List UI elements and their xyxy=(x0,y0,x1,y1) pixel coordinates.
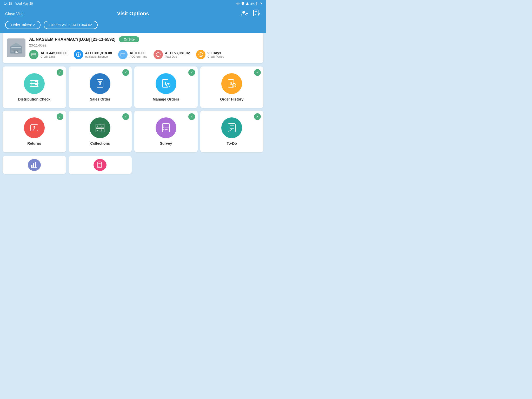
partial-item-2[interactable] xyxy=(69,156,132,174)
customer-logo: Rx xyxy=(7,38,25,57)
credit-limit-amount: AED 445,000.00 xyxy=(41,51,68,55)
credit-period-stat: 90 Days Credit Period xyxy=(196,50,224,59)
svg-rect-70 xyxy=(33,163,34,168)
collections-check-badge: ✓ xyxy=(122,113,129,120)
svg-point-33 xyxy=(35,81,37,82)
credit-limit-icon xyxy=(29,50,38,59)
available-balance-icon: $ xyxy=(74,50,83,59)
sales-order-item[interactable]: ✓ $ Sales Order xyxy=(69,66,132,108)
close-visit-button[interactable]: Close Visit xyxy=(5,11,36,16)
partial-icon-1 xyxy=(28,159,41,171)
survey-icon xyxy=(160,122,172,134)
todo-item[interactable]: ✓ To-Do xyxy=(200,111,264,152)
total-due-icon: ! xyxy=(154,50,163,59)
returns-label: Returns xyxy=(27,141,41,145)
collections-icon-circle: + − × $ xyxy=(90,117,110,138)
store-icon: Rx xyxy=(9,41,23,55)
order-history-icon-circle: $ xyxy=(221,73,242,94)
available-balance-label: Available Balance xyxy=(85,55,112,58)
distribution-check-item[interactable]: ✓ Distribution Check xyxy=(3,66,66,108)
svg-text:!: ! xyxy=(157,54,158,56)
svg-text:Rx: Rx xyxy=(15,51,18,54)
partial-item-1[interactable] xyxy=(3,156,66,174)
svg-line-27 xyxy=(201,55,202,55)
total-due-amount: AED 53,081.92 xyxy=(165,51,190,55)
returns-icon: $ xyxy=(29,122,40,134)
svg-rect-69 xyxy=(31,165,32,168)
pdc-icon xyxy=(118,50,128,59)
header: Close Visit Visit Options xyxy=(0,7,266,21)
add-person-icon xyxy=(240,9,248,18)
svg-text:$: $ xyxy=(101,129,102,132)
svg-point-59 xyxy=(163,125,164,127)
credit-period-amount: 90 Days xyxy=(208,51,224,55)
order-history-icon: $ xyxy=(226,78,237,89)
document-button[interactable] xyxy=(252,9,261,18)
shelves-icon xyxy=(29,78,40,89)
customer-name: AL NASEEM PHARMACY[DXB] [23-11-6592] xyxy=(29,37,115,42)
status-date: Wed May 20 xyxy=(15,2,33,5)
document-icon xyxy=(253,9,260,18)
svg-text:$: $ xyxy=(99,81,101,85)
status-time: 14:18 xyxy=(4,2,12,5)
order-badges-bar: Order Taken: 2 Orders Value: AED 364.02 xyxy=(0,21,266,33)
customer-id: 23-11-6592 xyxy=(29,43,259,47)
svg-rect-17 xyxy=(32,53,36,56)
total-due-label: Total Due xyxy=(165,55,190,58)
order-history-check-badge: ✓ xyxy=(254,69,261,76)
collections-item[interactable]: ✓ + − × $ Collections xyxy=(69,111,132,152)
partial-icon-2 xyxy=(94,159,107,171)
status-time-date: 14:18 Wed May 20 xyxy=(4,2,33,5)
main-grid: ✓ Distribution Check ✓ $ Sales O xyxy=(0,63,266,156)
manage-orders-item[interactable]: ✓ $ Manage Orders xyxy=(134,66,198,108)
available-balance-amount: AED 391,918.08 xyxy=(85,51,112,55)
svg-text:−: − xyxy=(101,125,102,128)
survey-item[interactable]: ✓ Survey xyxy=(134,111,198,152)
svg-rect-2 xyxy=(257,3,257,5)
svg-rect-12 xyxy=(11,49,21,49)
svg-rect-11 xyxy=(11,47,21,48)
returns-item[interactable]: ✓ $ Returns xyxy=(3,111,66,152)
location-icon xyxy=(242,2,244,5)
customer-info: AL NASEEM PHARMACY[DXB] [23-11-6592] OnS… xyxy=(29,36,259,59)
order-taken-badge[interactable]: Order Taken: 2 xyxy=(5,21,41,29)
svg-text:$: $ xyxy=(33,128,34,131)
customer-stats: AED 445,000.00 Credit Limit $ AED 391,91… xyxy=(29,50,259,59)
chart-icon xyxy=(31,161,38,169)
returns-check-badge: ✓ xyxy=(57,113,63,120)
svg-rect-65 xyxy=(228,124,235,132)
bottom-partial-row xyxy=(0,156,266,174)
sales-order-icon-circle: $ xyxy=(90,73,110,94)
sales-order-label: Sales Order xyxy=(90,97,110,101)
status-icons: 2% xyxy=(236,2,262,5)
add-customer-button[interactable] xyxy=(240,9,248,18)
svg-line-41 xyxy=(168,84,169,85)
svg-point-23 xyxy=(156,52,160,57)
manage-orders-icon: $ xyxy=(160,78,172,89)
distribution-check-label: Distribution Check xyxy=(18,97,50,101)
order-history-item[interactable]: ✓ $ Order History xyxy=(200,66,264,108)
svg-text:$: $ xyxy=(230,82,232,85)
battery-icon xyxy=(256,2,262,5)
survey-check-badge: ✓ xyxy=(188,113,195,120)
arrow-icon xyxy=(246,2,249,5)
svg-rect-21 xyxy=(121,53,125,56)
customer-card: Rx AL NASEEM PHARMACY[DXB] [23-11-6592] … xyxy=(3,33,263,63)
todo-icon-circle xyxy=(221,117,242,138)
wifi-icon xyxy=(236,2,240,5)
svg-text:$: $ xyxy=(78,53,79,56)
document2-icon xyxy=(96,161,104,169)
total-due-stat: ! AED 53,081.92 Total Due xyxy=(154,50,190,59)
svg-text:×: × xyxy=(97,129,98,132)
credit-period-icon xyxy=(196,50,205,59)
manage-orders-check-badge: ✓ xyxy=(188,69,195,76)
sales-order-icon: $ xyxy=(94,78,106,89)
svg-text:$: $ xyxy=(164,82,167,85)
available-balance-stat: $ AED 391,918.08 Available Balance xyxy=(74,50,112,59)
credit-limit-stat: AED 445,000.00 Credit Limit xyxy=(29,50,68,59)
orders-value-badge[interactable]: Orders Value: AED 364.02 xyxy=(44,21,98,29)
survey-icon-circle xyxy=(156,117,176,138)
distribution-check-badge: ✓ xyxy=(57,69,63,76)
pdc-amount: AED 0.00 xyxy=(130,51,147,55)
header-actions xyxy=(230,9,261,18)
